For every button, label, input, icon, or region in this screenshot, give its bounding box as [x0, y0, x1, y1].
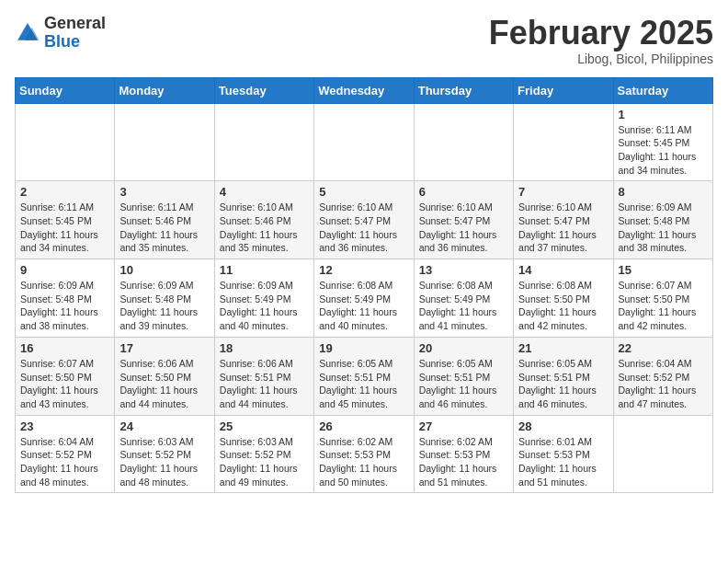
day-number: 21	[518, 341, 608, 355]
day-number: 1	[619, 108, 708, 121]
day-info: Sunrise: 6:05 AM Sunset: 5:51 PM Dayligh…	[419, 357, 508, 411]
calendar-cell: 27Sunrise: 6:02 AM Sunset: 5:53 PM Dayli…	[414, 415, 513, 493]
calendar-cell: 19Sunrise: 6:05 AM Sunset: 5:51 PM Dayli…	[314, 337, 414, 415]
day-number: 8	[619, 185, 708, 199]
day-number: 14	[518, 263, 608, 277]
calendar-cell	[16, 103, 115, 181]
calendar-cell: 1Sunrise: 6:11 AM Sunset: 5:45 PM Daylig…	[613, 103, 712, 181]
day-info: Sunrise: 6:03 AM Sunset: 5:52 PM Dayligh…	[220, 435, 309, 489]
calendar-cell	[314, 103, 414, 181]
calendar-cell: 16Sunrise: 6:07 AM Sunset: 5:50 PM Dayli…	[16, 337, 115, 415]
calendar-cell	[115, 103, 214, 181]
day-info: Sunrise: 6:09 AM Sunset: 5:49 PM Dayligh…	[220, 279, 309, 333]
day-number: 5	[319, 185, 408, 199]
calendar-cell: 11Sunrise: 6:09 AM Sunset: 5:49 PM Dayli…	[214, 259, 313, 338]
day-info: Sunrise: 6:10 AM Sunset: 5:47 PM Dayligh…	[518, 201, 608, 255]
day-number: 4	[220, 185, 309, 199]
month-title: February 2025	[489, 15, 713, 52]
calendar-cell: 23Sunrise: 6:04 AM Sunset: 5:52 PM Dayli…	[16, 415, 115, 493]
calendar-cell: 12Sunrise: 6:08 AM Sunset: 5:49 PM Dayli…	[314, 259, 414, 338]
day-number: 10	[119, 263, 209, 277]
day-number: 28	[518, 419, 608, 433]
calendar-cell: 24Sunrise: 6:03 AM Sunset: 5:52 PM Dayli…	[115, 415, 214, 493]
day-info: Sunrise: 6:08 AM Sunset: 5:50 PM Dayligh…	[518, 279, 608, 333]
calendar-cell	[214, 103, 313, 181]
weekday-header-thursday: Thursday	[414, 77, 513, 103]
day-info: Sunrise: 6:02 AM Sunset: 5:53 PM Dayligh…	[319, 435, 408, 489]
day-number: 24	[119, 419, 209, 433]
location-subtitle: Libog, Bicol, Philippines	[489, 52, 713, 66]
day-info: Sunrise: 6:10 AM Sunset: 5:46 PM Dayligh…	[220, 201, 309, 255]
calendar-cell: 8Sunrise: 6:09 AM Sunset: 5:48 PM Daylig…	[613, 181, 712, 259]
calendar-cell: 17Sunrise: 6:06 AM Sunset: 5:50 PM Dayli…	[115, 337, 214, 415]
calendar-cell: 4Sunrise: 6:10 AM Sunset: 5:46 PM Daylig…	[214, 181, 313, 259]
calendar-week-row: 16Sunrise: 6:07 AM Sunset: 5:50 PM Dayli…	[16, 337, 713, 415]
day-info: Sunrise: 6:11 AM Sunset: 5:45 PM Dayligh…	[619, 123, 708, 178]
calendar-cell: 20Sunrise: 6:05 AM Sunset: 5:51 PM Dayli…	[414, 337, 513, 415]
day-number: 6	[419, 185, 508, 199]
calendar-cell: 15Sunrise: 6:07 AM Sunset: 5:50 PM Dayli…	[613, 259, 712, 338]
day-info: Sunrise: 6:10 AM Sunset: 5:47 PM Dayligh…	[319, 201, 408, 255]
day-number: 11	[220, 263, 309, 277]
calendar-cell: 5Sunrise: 6:10 AM Sunset: 5:47 PM Daylig…	[314, 181, 414, 259]
weekday-header-row: SundayMondayTuesdayWednesdayThursdayFrid…	[16, 77, 713, 103]
calendar-cell: 18Sunrise: 6:06 AM Sunset: 5:51 PM Dayli…	[214, 337, 313, 415]
day-info: Sunrise: 6:08 AM Sunset: 5:49 PM Dayligh…	[419, 279, 508, 333]
day-info: Sunrise: 6:07 AM Sunset: 5:50 PM Dayligh…	[619, 279, 708, 333]
logo: General Blue	[15, 15, 106, 52]
calendar-cell: 2Sunrise: 6:11 AM Sunset: 5:45 PM Daylig…	[16, 181, 115, 259]
day-number: 2	[20, 185, 109, 199]
calendar-cell: 3Sunrise: 6:11 AM Sunset: 5:46 PM Daylig…	[115, 181, 214, 259]
day-number: 16	[20, 341, 109, 355]
day-info: Sunrise: 6:09 AM Sunset: 5:48 PM Dayligh…	[619, 201, 708, 255]
day-info: Sunrise: 6:11 AM Sunset: 5:46 PM Dayligh…	[119, 201, 209, 255]
calendar-cell	[414, 103, 513, 181]
day-number: 19	[319, 341, 408, 355]
day-number: 20	[419, 341, 508, 355]
calendar-cell: 9Sunrise: 6:09 AM Sunset: 5:48 PM Daylig…	[16, 259, 115, 338]
calendar-cell	[514, 103, 613, 181]
weekday-header-tuesday: Tuesday	[214, 77, 313, 103]
day-number: 22	[619, 341, 708, 355]
day-info: Sunrise: 6:08 AM Sunset: 5:49 PM Dayligh…	[319, 279, 408, 333]
calendar-cell	[613, 415, 712, 493]
day-info: Sunrise: 6:03 AM Sunset: 5:52 PM Dayligh…	[119, 435, 209, 489]
day-info: Sunrise: 6:06 AM Sunset: 5:51 PM Dayligh…	[220, 357, 309, 411]
calendar-cell: 14Sunrise: 6:08 AM Sunset: 5:50 PM Dayli…	[514, 259, 613, 338]
calendar-cell: 10Sunrise: 6:09 AM Sunset: 5:48 PM Dayli…	[115, 259, 214, 338]
calendar-week-row: 1Sunrise: 6:11 AM Sunset: 5:45 PM Daylig…	[16, 103, 713, 181]
calendar-cell: 22Sunrise: 6:04 AM Sunset: 5:52 PM Dayli…	[613, 337, 712, 415]
logo-icon	[15, 20, 40, 46]
day-number: 13	[419, 263, 508, 277]
day-number: 26	[319, 419, 408, 433]
day-info: Sunrise: 6:07 AM Sunset: 5:50 PM Dayligh…	[20, 357, 109, 411]
day-info: Sunrise: 6:02 AM Sunset: 5:53 PM Dayligh…	[419, 435, 508, 489]
calendar-week-row: 2Sunrise: 6:11 AM Sunset: 5:45 PM Daylig…	[16, 181, 713, 259]
calendar-cell: 28Sunrise: 6:01 AM Sunset: 5:53 PM Dayli…	[514, 415, 613, 493]
weekday-header-monday: Monday	[115, 77, 214, 103]
day-info: Sunrise: 6:06 AM Sunset: 5:50 PM Dayligh…	[119, 357, 209, 411]
day-info: Sunrise: 6:01 AM Sunset: 5:53 PM Dayligh…	[518, 435, 608, 489]
day-number: 27	[419, 419, 508, 433]
day-number: 7	[518, 185, 608, 199]
day-info: Sunrise: 6:05 AM Sunset: 5:51 PM Dayligh…	[319, 357, 408, 411]
calendar-cell: 26Sunrise: 6:02 AM Sunset: 5:53 PM Dayli…	[314, 415, 414, 493]
day-info: Sunrise: 6:09 AM Sunset: 5:48 PM Dayligh…	[20, 279, 109, 333]
day-info: Sunrise: 6:05 AM Sunset: 5:51 PM Dayligh…	[518, 357, 608, 411]
day-number: 18	[220, 341, 309, 355]
day-number: 17	[119, 341, 209, 355]
day-info: Sunrise: 6:09 AM Sunset: 5:48 PM Dayligh…	[119, 279, 209, 333]
calendar-cell: 25Sunrise: 6:03 AM Sunset: 5:52 PM Dayli…	[214, 415, 313, 493]
weekday-header-friday: Friday	[514, 77, 613, 103]
weekday-header-saturday: Saturday	[613, 77, 712, 103]
calendar-cell: 21Sunrise: 6:05 AM Sunset: 5:51 PM Dayli…	[514, 337, 613, 415]
day-number: 25	[220, 419, 309, 433]
calendar-cell: 6Sunrise: 6:10 AM Sunset: 5:47 PM Daylig…	[414, 181, 513, 259]
calendar-cell: 13Sunrise: 6:08 AM Sunset: 5:49 PM Dayli…	[414, 259, 513, 338]
day-number: 3	[119, 185, 209, 199]
calendar-table: SundayMondayTuesdayWednesdayThursdayFrid…	[15, 77, 713, 494]
weekday-header-sunday: Sunday	[16, 77, 115, 103]
day-info: Sunrise: 6:04 AM Sunset: 5:52 PM Dayligh…	[619, 357, 708, 411]
calendar-week-row: 23Sunrise: 6:04 AM Sunset: 5:52 PM Dayli…	[16, 415, 713, 493]
logo-general-text: General	[44, 15, 106, 33]
